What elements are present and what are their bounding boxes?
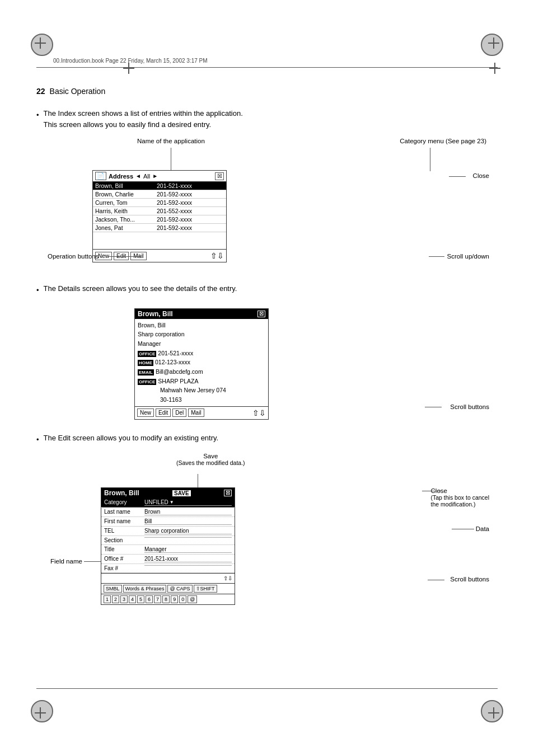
- index-row-5[interactable]: Jones, Pat 201-592-xxxx: [93, 224, 226, 232]
- details-title: Brown, Bill: [138, 310, 173, 318]
- edit-field-section[interactable]: Section: [101, 536, 235, 545]
- details-row-3: OFFICE201-521-xxxx: [138, 349, 265, 358]
- scroll-arrows-index[interactable]: ⇧⇩: [210, 251, 224, 260]
- details-row-5: EMAILBill@abcdefg.com: [138, 367, 265, 377]
- next-arrow[interactable]: ►: [152, 173, 158, 179]
- row4-phone: 201-592-xxxx: [157, 216, 192, 223]
- new-btn-details[interactable]: New: [137, 408, 154, 417]
- index-row-0[interactable]: Brown, Bill 201-521-xxxx: [93, 182, 226, 190]
- keyboard-row1: SMBL Words & Phrases @ CAPS ⇧SHIFT: [101, 583, 235, 594]
- bullet-dot-2: •: [36, 285, 39, 296]
- edit-field-title[interactable]: Title Manager: [101, 545, 235, 555]
- details-row-6: OFFICESHARP PLAZA: [138, 377, 265, 386]
- row3-phone: 201-552-xxxx: [157, 208, 192, 214]
- bullet-index-text: • The Index screen shows a list of entri…: [36, 108, 498, 130]
- edit-bullet-line: The Edit screen allows you to modify an …: [44, 433, 219, 444]
- index-row-3[interactable]: Harris, Keith 201-552-xxxx: [93, 207, 226, 215]
- details-row-1: Sharp corporation: [138, 330, 265, 339]
- kbd-8[interactable]: 8: [162, 595, 170, 603]
- field-value-category[interactable]: UNFILED ▼: [144, 499, 232, 506]
- index-row-1[interactable]: Brown, Charlie 201-592-xxxx: [93, 190, 226, 199]
- index-title-label: Address: [109, 173, 133, 180]
- edit-section: • The Edit screen allows you to modify a…: [36, 433, 498, 610]
- kbd-2[interactable]: 2: [112, 595, 119, 603]
- field-value-fax[interactable]: [144, 565, 232, 566]
- bullet-edit-text: • The Edit screen allows you to modify a…: [36, 433, 498, 445]
- edit-close-btn[interactable]: ☒: [224, 490, 232, 496]
- index-screen: 📄 Address ◄ All ► ☒ Brown, Bill 201-521-…: [92, 170, 227, 262]
- edit-field-office[interactable]: Office # 201-521-xxxx: [101, 555, 235, 564]
- index-row-2[interactable]: Curren, Tom 201-592-xxxx: [93, 199, 226, 207]
- kbd-1[interactable]: 1: [104, 595, 111, 603]
- field-name-section: Section: [104, 537, 144, 543]
- ann-operation-buttons: Operation buttons: [48, 253, 99, 260]
- edit-field-firstname[interactable]: First name Bill: [101, 517, 235, 527]
- ann-data-edit: Data: [476, 525, 489, 532]
- kbd-at[interactable]: @: [188, 595, 197, 603]
- field-value-office[interactable]: 201-521-xxxx: [144, 556, 232, 562]
- index-row-4[interactable]: Jackson, Tho... 201-592-xxxx: [93, 215, 226, 224]
- kbd-0[interactable]: 0: [179, 595, 186, 603]
- field-value-tel[interactable]: Sharp corporation: [144, 528, 232, 534]
- edit-field-tel[interactable]: TEL Sharp corporation: [101, 527, 235, 536]
- edit-btn-details[interactable]: Edit: [156, 408, 171, 417]
- section-title: Basic Operation: [50, 87, 106, 96]
- prev-arrow[interactable]: ◄: [135, 173, 141, 179]
- edit-field-lastname[interactable]: Last name Brown: [101, 508, 235, 517]
- del-btn-details[interactable]: Del: [172, 408, 186, 417]
- field-value-firstname[interactable]: Bill: [144, 518, 232, 525]
- mail-btn-index[interactable]: Mail: [130, 252, 146, 260]
- kbd-shift[interactable]: ⇧SHIFT: [194, 585, 217, 593]
- row2-name: Curren, Tom: [95, 199, 157, 206]
- kbd-5[interactable]: 5: [137, 595, 144, 603]
- kbd-7[interactable]: 7: [154, 595, 161, 603]
- mail-btn-details[interactable]: Mail: [188, 408, 204, 417]
- index-bullet-line2: This screen allows you to easily find a …: [44, 119, 243, 130]
- keyboard-row2: 1 2 3 4 5 6 7 8 9 0 @: [101, 594, 235, 604]
- ann-scroll-details: Scroll buttons: [450, 403, 489, 410]
- field-value-section[interactable]: [144, 537, 232, 538]
- kbd-6[interactable]: 6: [146, 595, 153, 603]
- kbd-smbl[interactable]: SMBL: [104, 585, 122, 593]
- ann-scroll-edit: Scroll buttons: [450, 576, 489, 583]
- field-name-tel: TEL: [104, 528, 144, 534]
- save-button[interactable]: SAVE: [172, 490, 191, 496]
- ann-save: Save (Saves the modified data.): [176, 453, 245, 466]
- field-value-lastname[interactable]: Brown: [144, 509, 232, 515]
- row5-name: Jones, Pat: [95, 224, 157, 231]
- scroll-arrows-edit[interactable]: ⇧⇩: [223, 575, 232, 581]
- scroll-arrows-details[interactable]: ⇧⇩: [252, 408, 266, 417]
- field-value-title[interactable]: Manager: [144, 546, 232, 553]
- ann-name-of-app: Name of the application: [137, 138, 205, 144]
- row2-phone: 201-592-xxxx: [157, 199, 192, 206]
- kbd-9[interactable]: 9: [171, 595, 178, 603]
- row0-phone: 201-521-xxxx: [157, 182, 192, 189]
- edit-field-category[interactable]: Category UNFILED ▼: [101, 498, 235, 508]
- bullet-dot-3: •: [36, 434, 39, 445]
- field-name-lastname: Last name: [104, 509, 144, 515]
- row0-name: Brown, Bill: [95, 182, 157, 189]
- bullet-dot-1: •: [36, 110, 39, 121]
- field-name-firstname: First name: [104, 518, 144, 524]
- kbd-3[interactable]: 3: [120, 595, 128, 603]
- details-section: • The Details screen allows you to see t…: [36, 283, 498, 416]
- details-close-btn[interactable]: ☒: [257, 311, 265, 317]
- details-row-0: Brown, Bill: [138, 321, 265, 330]
- edit-btn-index[interactable]: Edit: [114, 252, 129, 260]
- ann-field-name: Field name: [50, 558, 82, 565]
- ann-scroll-index: Scroll up/down: [447, 253, 489, 260]
- row4-name: Jackson, Tho...: [95, 216, 157, 223]
- kbd-caps[interactable]: @ CAPS: [167, 585, 192, 593]
- field-name-category: Category: [104, 499, 144, 505]
- row3-name: Harris, Keith: [95, 208, 157, 214]
- bullet-details-text: • The Details screen allows you to see t…: [36, 283, 498, 296]
- index-footer: New Edit Mail ⇧⇩: [93, 249, 226, 262]
- index-close-btn[interactable]: ☒: [215, 172, 224, 180]
- edit-field-fax[interactable]: Fax #: [101, 564, 235, 573]
- kbd-words[interactable]: Words & Phrases: [123, 585, 167, 593]
- ann-close-index: Close: [473, 172, 489, 179]
- page-number: 22: [36, 87, 45, 96]
- kbd-4[interactable]: 4: [129, 595, 136, 603]
- details-bullet-line: The Details screen allows you to see the…: [44, 283, 237, 294]
- edit-footer: ⇧⇩: [101, 573, 235, 583]
